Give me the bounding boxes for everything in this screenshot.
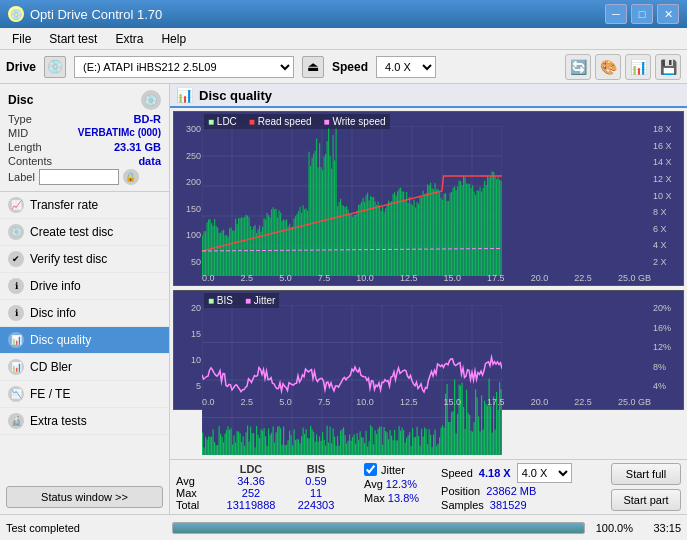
sidebar-item-verify-test-disc[interactable]: ✔ Verify test disc	[0, 246, 169, 273]
start-part-button[interactable]: Start part	[611, 489, 681, 511]
stats-max-row: Max 252 11	[176, 487, 346, 499]
y2-left-20: 20	[176, 303, 201, 313]
status-text: Test completed	[6, 522, 166, 534]
drive-eject-button[interactable]: ⏏	[302, 56, 324, 78]
progress-time: 33:15	[639, 522, 681, 534]
avg-bis: 0.59	[286, 475, 346, 487]
sidebar-item-create-test-disc[interactable]: 💿 Create test disc	[0, 219, 169, 246]
disc-mid-val: VERBATIMc (000)	[78, 127, 161, 139]
progress-bar-fill	[173, 523, 584, 533]
create-test-icon: 💿	[8, 224, 24, 240]
disc-label-icon: 🔒	[123, 169, 139, 185]
menu-file[interactable]: File	[4, 30, 39, 48]
y2-left-10: 10	[176, 355, 201, 365]
total-ldc: 13119888	[216, 499, 286, 511]
jitter-avg-label: Avg	[364, 478, 386, 490]
extra-tests-icon: 🔬	[8, 413, 24, 429]
legend-bis: ■ BIS	[208, 295, 233, 306]
menu-help[interactable]: Help	[153, 30, 194, 48]
cd-bler-icon: 📊	[8, 359, 24, 375]
drive-info-icon: ℹ	[8, 278, 24, 294]
minimize-button[interactable]: ─	[605, 4, 627, 24]
save-button[interactable]: 💾	[655, 54, 681, 80]
sidebar-item-disc-info[interactable]: ℹ Disc info	[0, 300, 169, 327]
sidebar: Disc 💿 Type BD-R MID VERBATIMc (000) Len…	[0, 84, 170, 514]
stats-total-row: Total 13119888 224303	[176, 499, 346, 511]
stats-area: LDC BIS Avg 34.36 0.59 Max 252 11	[170, 459, 687, 514]
disc-quality-icon: 📊	[8, 332, 24, 348]
app-icon: 💿	[8, 6, 24, 22]
menu-start-test[interactable]: Start test	[41, 30, 105, 48]
fe-te-icon: 📉	[8, 386, 24, 402]
disc-info-panel: Disc 💿 Type BD-R MID VERBATIMc (000) Len…	[0, 84, 169, 192]
drive-select[interactable]: (E:) ATAPI iHBS212 2.5L09	[74, 56, 294, 78]
y-right-10x: 10 X	[653, 191, 681, 201]
samples-label: Samples	[441, 499, 484, 511]
position-value: 23862 MB	[486, 485, 536, 497]
disc-type-val: BD-R	[134, 113, 162, 125]
speed-label: Speed	[332, 60, 368, 74]
y-right-8x: 8 X	[653, 207, 681, 217]
speed-section: Speed 4.18 X 4.0 X Position 23862 MB Sam…	[441, 463, 572, 511]
disc-label-input[interactable]	[39, 169, 119, 185]
y-right-4x: 4 X	[653, 240, 681, 250]
sidebar-item-disc-quality[interactable]: 📊 Disc quality	[0, 327, 169, 354]
speed-select[interactable]: 4.0 X	[376, 56, 436, 78]
y-left-300: 300	[176, 124, 201, 134]
close-button[interactable]: ✕	[657, 4, 679, 24]
start-full-button[interactable]: Start full	[611, 463, 681, 485]
disc-type-key: Type	[8, 113, 32, 125]
total-label: Total	[176, 499, 216, 511]
stats-table: LDC BIS Avg 34.36 0.59 Max 252 11	[176, 463, 346, 511]
disc-info-icon: ℹ	[8, 305, 24, 321]
y2-right-16pct: 16%	[653, 323, 681, 333]
progress-pct: 100.0%	[591, 522, 633, 534]
jitter-max-val: 13.8%	[388, 492, 419, 504]
sidebar-item-extra-tests[interactable]: 🔬 Extra tests	[0, 408, 169, 435]
jitter-max-label: Max	[364, 492, 388, 504]
y-right-14x: 14 X	[653, 157, 681, 167]
y-right-18x: 18 X	[653, 124, 681, 134]
disc-contents-key: Contents	[8, 155, 52, 167]
status-window-button[interactable]: Status window >>	[6, 486, 163, 508]
max-bis: 11	[286, 487, 346, 499]
sidebar-item-fe-te[interactable]: 📉 FE / TE	[0, 381, 169, 408]
settings-button[interactable]: 🎨	[595, 54, 621, 80]
disc-panel-icon: 💿	[141, 90, 161, 110]
menubar: File Start test Extra Help	[0, 28, 687, 50]
y-left-150: 150	[176, 204, 201, 214]
main-layout: Disc 💿 Type BD-R MID VERBATIMc (000) Len…	[0, 84, 687, 514]
menu-extra[interactable]: Extra	[107, 30, 151, 48]
disc-quality-title: Disc quality	[199, 88, 272, 103]
drive-icon: 💿	[44, 56, 66, 78]
disc-length-key: Length	[8, 141, 42, 153]
refresh-button[interactable]: 🔄	[565, 54, 591, 80]
transfer-rate-icon: 📈	[8, 197, 24, 213]
avg-ldc: 34.36	[216, 475, 286, 487]
drivebar: Drive 💿 (E:) ATAPI iHBS212 2.5L09 ⏏ Spee…	[0, 50, 687, 84]
disc-panel-title: Disc	[8, 93, 33, 107]
disc-length-val: 23.31 GB	[114, 141, 161, 153]
graph-button[interactable]: 📊	[625, 54, 651, 80]
sidebar-item-drive-info[interactable]: ℹ Drive info	[0, 273, 169, 300]
legend-write-speed: ■ Write speed	[324, 116, 386, 127]
y2-right-20pct: 20%	[653, 303, 681, 313]
statusbar: Test completed 100.0% 33:15	[0, 514, 687, 540]
speed-select2[interactable]: 4.0 X	[517, 463, 572, 483]
y2-left-15: 15	[176, 329, 201, 339]
sidebar-item-transfer-rate[interactable]: 📈 Transfer rate	[0, 192, 169, 219]
col-ldc: LDC	[216, 463, 286, 475]
charts-wrapper: ■ LDC ■ Read speed ■ Write speed 300 250…	[170, 108, 687, 459]
speed-value: 4.18 X	[479, 467, 511, 479]
sidebar-item-cd-bler[interactable]: 📊 CD Bler	[0, 354, 169, 381]
jitter-checkbox[interactable]	[364, 463, 377, 476]
disc-label-key: Label	[8, 171, 35, 183]
max-ldc: 252	[216, 487, 286, 499]
maximize-button[interactable]: □	[631, 4, 653, 24]
samples-value: 381529	[490, 499, 527, 511]
max-label: Max	[176, 487, 216, 499]
lower-chart-canvas	[202, 305, 502, 455]
stats-avg-row: Avg 34.36 0.59	[176, 475, 346, 487]
app-title: Opti Drive Control 1.70	[30, 7, 162, 22]
y2-left-5: 5	[176, 381, 201, 391]
